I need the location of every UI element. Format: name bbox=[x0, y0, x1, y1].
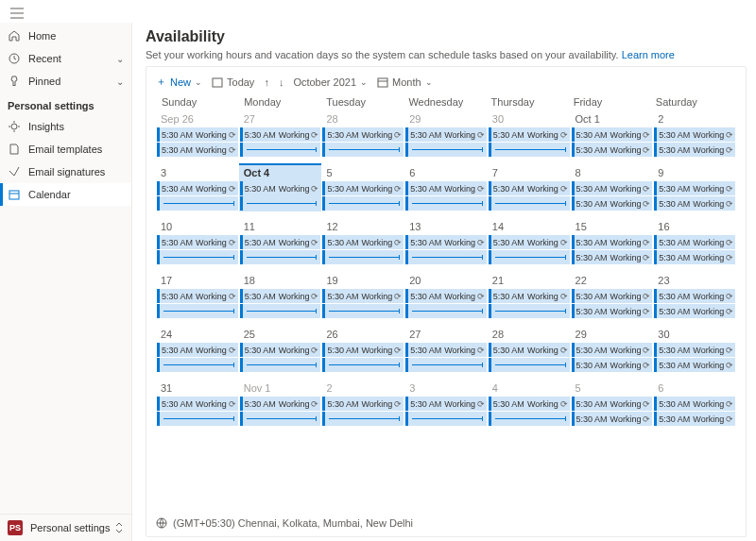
event[interactable] bbox=[322, 358, 404, 372]
event[interactable]: 5:30 AMWorking⟳ bbox=[654, 304, 735, 318]
event[interactable]: 5:30 AMWorking⟳ bbox=[654, 127, 735, 142]
day-cell[interactable]: Nov 15:30 AMWorking⟳ bbox=[239, 380, 322, 427]
event[interactable]: 5:30 AMWorking⟳ bbox=[572, 127, 653, 142]
event[interactable] bbox=[322, 304, 404, 318]
event[interactable]: 5:30 AMWorking⟳ bbox=[240, 235, 321, 249]
event[interactable]: 5:30 AMWorking⟳ bbox=[572, 289, 653, 303]
event[interactable]: 5:30 AMWorking⟳ bbox=[489, 235, 570, 249]
event[interactable]: 5:30 AMWorking⟳ bbox=[654, 196, 735, 211]
day-cell[interactable]: Oct 15:30 AMWorking⟳5:30 AMWorking⟳ bbox=[571, 111, 654, 158]
event[interactable]: 5:30 AMWorking⟳ bbox=[157, 289, 238, 303]
nav-recent[interactable]: Recent ⌄ bbox=[0, 47, 131, 70]
learn-more-link[interactable]: Learn more bbox=[622, 49, 675, 60]
event[interactable]: 5:30 AMWorking⟳ bbox=[157, 397, 238, 411]
event[interactable]: 5:30 AMWorking⟳ bbox=[654, 250, 735, 264]
event[interactable] bbox=[157, 250, 238, 264]
day-cell[interactable]: 215:30 AMWorking⟳ bbox=[488, 273, 571, 319]
event[interactable] bbox=[405, 196, 487, 211]
event[interactable]: 5:30 AMWorking⟳ bbox=[572, 304, 653, 318]
prev-button[interactable]: ↑ bbox=[264, 76, 269, 88]
event[interactable] bbox=[405, 143, 487, 157]
day-cell[interactable]: Sep 265:30 AMWorking⟳5:30 AMWorking⟳ bbox=[156, 111, 239, 158]
event[interactable]: 5:30 AMWorking⟳ bbox=[405, 127, 487, 142]
today-button[interactable]: Today bbox=[212, 76, 254, 88]
event[interactable]: 5:30 AMWorking⟳ bbox=[322, 127, 404, 142]
day-cell[interactable]: 35:30 AMWorking⟳ bbox=[404, 380, 488, 427]
day-cell[interactable]: 265:30 AMWorking⟳ bbox=[321, 327, 404, 373]
day-cell[interactable]: 285:30 AMWorking⟳ bbox=[488, 327, 571, 373]
day-cell[interactable]: 275:30 AMWorking⟳ bbox=[239, 111, 322, 158]
event[interactable]: 5:30 AMWorking⟳ bbox=[654, 289, 735, 303]
day-cell[interactable]: 105:30 AMWorking⟳ bbox=[156, 219, 239, 265]
event[interactable]: 5:30 AMWorking⟳ bbox=[322, 235, 404, 249]
day-cell[interactable]: 315:30 AMWorking⟳ bbox=[156, 380, 239, 427]
event[interactable] bbox=[489, 304, 570, 318]
event[interactable] bbox=[157, 412, 238, 426]
day-cell[interactable]: 305:30 AMWorking⟳5:30 AMWorking⟳ bbox=[653, 327, 736, 373]
event[interactable] bbox=[322, 412, 404, 426]
event[interactable]: 5:30 AMWorking⟳ bbox=[240, 343, 321, 357]
event[interactable]: 5:30 AMWorking⟳ bbox=[322, 397, 404, 411]
event[interactable] bbox=[240, 358, 321, 372]
event[interactable]: 5:30 AMWorking⟳ bbox=[572, 196, 653, 211]
view-picker[interactable]: Month ⌄ bbox=[377, 76, 433, 88]
day-cell[interactable]: 95:30 AMWorking⟳5:30 AMWorking⟳ bbox=[653, 165, 736, 211]
event[interactable]: 5:30 AMWorking⟳ bbox=[322, 289, 404, 303]
day-cell[interactable]: 255:30 AMWorking⟳ bbox=[239, 327, 322, 373]
event[interactable]: 5:30 AMWorking⟳ bbox=[322, 343, 404, 357]
day-cell[interactable]: 45:30 AMWorking⟳ bbox=[488, 380, 571, 427]
event[interactable] bbox=[489, 196, 570, 211]
day-cell[interactable]: 55:30 AMWorking⟳ bbox=[321, 165, 404, 211]
timezone-row[interactable]: (GMT+05:30) Chennai, Kolkata, Mumbai, Ne… bbox=[156, 517, 736, 529]
nav-insights[interactable]: Insights bbox=[0, 115, 131, 138]
day-cell[interactable]: 295:30 AMWorking⟳ bbox=[404, 111, 488, 158]
event[interactable]: 5:30 AMWorking⟳ bbox=[157, 235, 238, 249]
day-cell[interactable]: 165:30 AMWorking⟳5:30 AMWorking⟳ bbox=[653, 219, 736, 265]
event[interactable] bbox=[157, 304, 238, 318]
event[interactable]: 5:30 AMWorking⟳ bbox=[572, 143, 653, 157]
event[interactable]: 5:30 AMWorking⟳ bbox=[489, 181, 570, 195]
menu-icon[interactable] bbox=[8, 4, 26, 23]
event[interactable] bbox=[240, 304, 321, 318]
event[interactable] bbox=[157, 196, 238, 211]
event[interactable]: 5:30 AMWorking⟳ bbox=[240, 397, 321, 411]
day-cell[interactable]: 305:30 AMWorking⟳ bbox=[488, 111, 571, 158]
event[interactable]: 5:30 AMWorking⟳ bbox=[157, 343, 238, 357]
event[interactable]: 5:30 AMWorking⟳ bbox=[654, 412, 735, 426]
event[interactable]: 5:30 AMWorking⟳ bbox=[405, 235, 487, 249]
event[interactable]: 5:30 AMWorking⟳ bbox=[240, 289, 321, 303]
day-cell[interactable]: 25:30 AMWorking⟳ bbox=[321, 380, 404, 427]
event[interactable]: 5:30 AMWorking⟳ bbox=[240, 127, 321, 142]
event[interactable]: 5:30 AMWorking⟳ bbox=[405, 343, 487, 357]
day-cell[interactable]: 295:30 AMWorking⟳5:30 AMWorking⟳ bbox=[571, 327, 654, 373]
event[interactable]: 5:30 AMWorking⟳ bbox=[405, 181, 487, 195]
event[interactable] bbox=[489, 250, 570, 264]
new-button[interactable]: ＋ New ⌄ bbox=[156, 75, 202, 89]
day-cell[interactable]: 175:30 AMWorking⟳ bbox=[156, 273, 239, 319]
event[interactable] bbox=[240, 412, 321, 426]
event[interactable] bbox=[489, 412, 570, 426]
event[interactable] bbox=[405, 358, 487, 372]
event[interactable] bbox=[322, 143, 404, 157]
event[interactable]: 5:30 AMWorking⟳ bbox=[322, 181, 404, 195]
event[interactable]: 5:30 AMWorking⟳ bbox=[572, 250, 653, 264]
event[interactable]: 5:30 AMWorking⟳ bbox=[572, 181, 653, 195]
event[interactable]: 5:30 AMWorking⟳ bbox=[572, 343, 653, 357]
next-button[interactable]: ↓ bbox=[279, 76, 284, 88]
day-cell[interactable]: 75:30 AMWorking⟳ bbox=[488, 165, 571, 211]
day-cell[interactable]: 205:30 AMWorking⟳ bbox=[404, 273, 488, 319]
event[interactable] bbox=[405, 250, 487, 264]
day-cell[interactable]: 55:30 AMWorking⟳5:30 AMWorking⟳ bbox=[571, 380, 654, 427]
event[interactable]: 5:30 AMWorking⟳ bbox=[654, 235, 735, 249]
day-cell[interactable]: Oct 45:30 AMWorking⟳ bbox=[239, 165, 322, 211]
event[interactable]: 5:30 AMWorking⟳ bbox=[489, 289, 570, 303]
event[interactable]: 5:30 AMWorking⟳ bbox=[654, 143, 735, 157]
event[interactable] bbox=[489, 143, 570, 157]
day-cell[interactable]: 235:30 AMWorking⟳5:30 AMWorking⟳ bbox=[653, 273, 736, 319]
event[interactable]: 5:30 AMWorking⟳ bbox=[240, 181, 321, 195]
day-cell[interactable]: 65:30 AMWorking⟳5:30 AMWorking⟳ bbox=[653, 380, 736, 427]
day-cell[interactable]: 125:30 AMWorking⟳ bbox=[321, 219, 404, 265]
day-cell[interactable]: 185:30 AMWorking⟳ bbox=[239, 273, 322, 319]
event[interactable] bbox=[405, 304, 487, 318]
day-cell[interactable]: 65:30 AMWorking⟳ bbox=[404, 165, 488, 211]
